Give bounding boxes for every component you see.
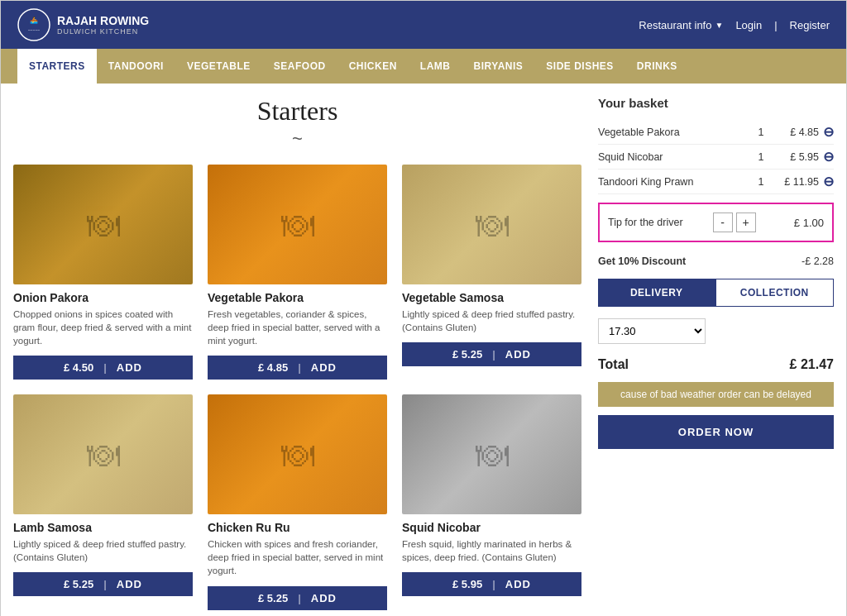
logo-area: 🚣 ~~~~~ RAJAH ROWING DULWICH KITCHEN [17, 8, 149, 41]
food-name: Lamb Samosa [13, 521, 193, 534]
time-select[interactable]: 17.30 18.00 18.30 19.00 [598, 318, 706, 344]
svg-point-0 [18, 9, 50, 41]
food-card-squid-nicobar: Squid Nicobar Fresh squid, lightly marin… [402, 394, 581, 609]
tip-minus-button[interactable]: - [713, 212, 733, 232]
header: 🚣 ~~~~~ RAJAH ROWING DULWICH KITCHEN Res… [1, 1, 846, 49]
add-vegetable-samosa-button[interactable]: £ 5.25 | ADD [402, 342, 581, 366]
food-price: £ 4.85 [258, 361, 288, 374]
separator: | [774, 19, 777, 31]
order-now-button[interactable]: ORDER NOW [598, 415, 834, 449]
nav-item-tandoori[interactable]: TANDOORI [97, 49, 175, 84]
basket-item-price: £ 5.95 [769, 151, 819, 163]
tip-plus-button[interactable]: + [736, 212, 756, 232]
nav-item-vegetable[interactable]: VEGETABLE [175, 49, 262, 84]
chevron-down-icon: ▼ [715, 21, 723, 30]
add-label: ADD [311, 592, 337, 604]
delivery-collection-toggle: DELIVERY COLLECTION [598, 279, 834, 307]
add-squid-nicobar-button[interactable]: £ 5.95 | ADD [402, 572, 581, 596]
total-value: £ 21.47 [790, 357, 834, 372]
logo-icon: 🚣 ~~~~~ [17, 8, 50, 41]
register-link[interactable]: Register [790, 19, 830, 31]
basket-title: Your basket [598, 96, 834, 110]
nav-item-seafood[interactable]: SEAFOOD [262, 49, 337, 84]
logo-sub: DULWICH KITCHEN [57, 27, 149, 36]
nav-item-biryanis[interactable]: BIRYANIS [462, 49, 535, 84]
collection-button[interactable]: COLLECTION [715, 279, 835, 307]
remove-item-button[interactable]: ⊖ [823, 174, 834, 189]
food-card-lamb-samosa: Lamb Samosa Lightly spiced & deep fried … [13, 394, 193, 609]
add-label: ADD [117, 578, 142, 590]
nav-item-chicken[interactable]: CHICKEN [337, 49, 409, 84]
menu-tilde: ~ [13, 128, 581, 150]
discount-value: -£ 2.28 [802, 255, 834, 267]
remove-item-button[interactable]: ⊖ [823, 149, 834, 165]
tip-label: Tip for the driver [608, 217, 683, 228]
food-image-onion-pakora [13, 165, 193, 284]
header-right: Restaurant info ▼ Login | Register [639, 19, 830, 31]
add-label: ADD [311, 361, 337, 374]
tip-section: Tip for the driver - + £ 1.00 [598, 203, 834, 242]
menu-title: Starters [13, 96, 581, 127]
nav-item-side-dishes[interactable]: SIDE DISHES [534, 49, 625, 84]
food-desc: Fresh squid, lightly marinated in herbs … [402, 537, 581, 564]
food-card-onion-pakora: Onion Pakora Chopped onions in spices co… [13, 165, 193, 380]
food-image-squid-nicobar [402, 394, 581, 514]
food-grid: Onion Pakora Chopped onions in spices co… [13, 165, 581, 610]
food-desc: Chicken with spices and fresh coriander,… [208, 537, 387, 577]
food-desc: Chopped onions in spices coated with gra… [13, 308, 193, 347]
food-image-vegetable-samosa [402, 165, 581, 284]
basket-item-qty: 1 [753, 176, 769, 188]
add-label: ADD [505, 578, 531, 590]
basket-item-name: Vegetable Pakora [598, 127, 753, 138]
remove-item-button[interactable]: ⊖ [823, 124, 834, 140]
add-onion-pakora-button[interactable]: £ 4.50 | ADD [13, 356, 193, 380]
price-divider: | [492, 348, 495, 361]
basket-item-name: Squid Nicobar [598, 151, 753, 163]
add-chicken-ru-ru-button[interactable]: £ 5.25 | ADD [208, 586, 387, 610]
nav-item-lamb[interactable]: LAMB [409, 49, 462, 84]
food-name: Chicken Ru Ru [208, 521, 387, 534]
food-name: Onion Pakora [13, 291, 193, 304]
food-price: £ 4.50 [64, 361, 93, 374]
price-divider: | [298, 592, 301, 604]
food-image-lamb-samosa [13, 394, 193, 514]
delivery-button[interactable]: DELIVERY [598, 279, 715, 307]
basket-item-qty: 1 [753, 127, 769, 138]
basket-item-name: Tandoori King Prawn [598, 176, 753, 188]
nav-item-starters[interactable]: STARTERS [17, 49, 97, 84]
svg-text:~~~~~: ~~~~~ [28, 27, 41, 32]
food-desc: Lightly spiced & deep fried stuffed past… [402, 308, 581, 334]
food-image-chicken-ru-ru [208, 394, 387, 514]
food-desc: Fresh vegetables, coriander & spices, de… [208, 308, 387, 347]
nav: STARTERS TANDOORI VEGETABLE SEAFOOD CHIC… [1, 49, 846, 84]
price-divider: | [103, 578, 107, 590]
tip-controls: - + [713, 212, 756, 232]
restaurant-info-link[interactable]: Restaurant info ▼ [639, 19, 723, 31]
add-lamb-samosa-button[interactable]: £ 5.25 | ADD [13, 572, 193, 596]
food-price: £ 5.25 [64, 578, 93, 590]
total-label: Total [598, 357, 629, 372]
food-image-vegetable-pakora [208, 165, 387, 284]
basket-item-price: £ 4.85 [769, 127, 819, 138]
food-price: £ 5.25 [452, 348, 482, 361]
food-price: £ 5.25 [258, 592, 288, 604]
restaurant-info-label: Restaurant info [639, 19, 711, 31]
price-divider: | [103, 361, 107, 374]
food-desc: Lightly spiced & deep fried stuffed past… [13, 537, 193, 564]
tip-amount: £ 1.00 [794, 217, 824, 229]
basket-item-price: £ 11.95 [769, 176, 819, 188]
add-vegetable-pakora-button[interactable]: £ 4.85 | ADD [208, 356, 387, 380]
food-name: Squid Nicobar [402, 521, 581, 534]
basket-item-squid-nicobar: Squid Nicobar 1 £ 5.95 ⊖ [598, 145, 834, 170]
discount-label: Get 10% Discount [598, 255, 686, 267]
logo-name: RAJAH ROWING [57, 14, 149, 28]
basket-section: Your basket Vegetable Pakora 1 £ 4.85 ⊖ … [598, 96, 834, 610]
basket-item-tandoori-king-prawn: Tandoori King Prawn 1 £ 11.95 ⊖ [598, 170, 834, 194]
weather-warning: cause of bad weather order can be delaye… [598, 382, 834, 407]
food-price: £ 5.95 [452, 578, 482, 590]
basket-item-qty: 1 [753, 151, 769, 163]
login-link[interactable]: Login [735, 19, 762, 31]
food-name: Vegetable Samosa [402, 291, 581, 304]
svg-text:🚣: 🚣 [30, 16, 38, 24]
nav-item-drinks[interactable]: DRINKS [625, 49, 689, 84]
